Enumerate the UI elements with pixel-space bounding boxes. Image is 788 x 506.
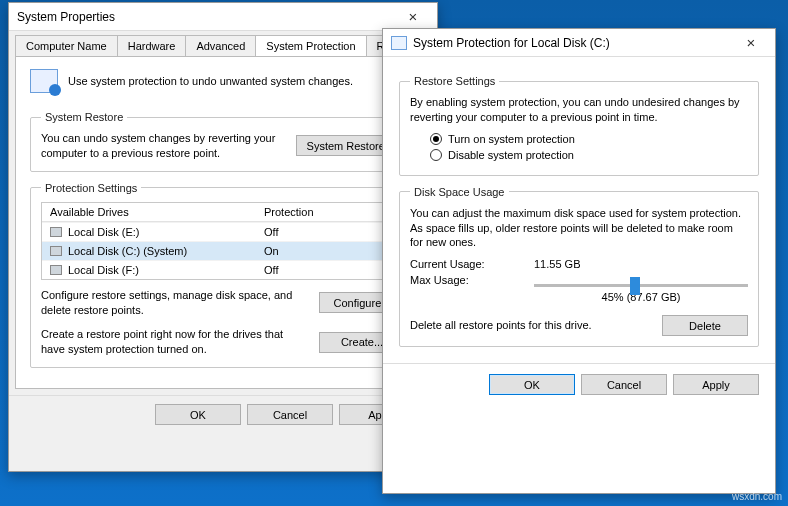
drive-name: Local Disk (C:) (System)	[68, 245, 187, 257]
col-drives: Available Drives	[42, 203, 256, 221]
restore-settings-legend: Restore Settings	[410, 75, 499, 87]
max-usage-slider[interactable]	[534, 284, 748, 287]
restore-settings-group: Restore Settings By enabling system prot…	[399, 75, 759, 176]
radio-disable[interactable]: Disable system protection	[430, 149, 748, 161]
radio-icon	[430, 133, 442, 145]
drive-icon	[50, 265, 62, 275]
disk-space-usage-group: Disk Space Usage You can adjust the maxi…	[399, 186, 759, 348]
max-usage-label: Max Usage:	[410, 274, 510, 303]
slider-value-label: 45% (87.67 GB)	[602, 291, 681, 303]
slider-thumb-icon[interactable]	[630, 277, 640, 295]
drives-table: Available Drives Protection Local Disk (…	[41, 202, 405, 280]
system-protection-icon	[30, 69, 58, 93]
delete-text: Delete all restore points for this drive…	[410, 318, 652, 333]
window-title: System Protection for Local Disk (C:)	[413, 36, 733, 50]
close-icon[interactable]: ×	[395, 8, 431, 25]
system-restore-group: System Restore You can undo system chang…	[30, 111, 416, 172]
drive-icon	[50, 227, 62, 237]
table-row[interactable]: Local Disk (C:) (System) On	[42, 241, 404, 260]
security-icon	[391, 36, 407, 50]
radio-label: Turn on system protection	[448, 133, 575, 145]
create-text: Create a restore point right now for the…	[41, 327, 309, 357]
system-protection-dialog: System Protection for Local Disk (C:) × …	[382, 28, 776, 494]
ok-button[interactable]: OK	[489, 374, 575, 395]
dialog-footer: OK Cancel Apply	[383, 363, 775, 405]
radio-turn-on[interactable]: Turn on system protection	[430, 133, 748, 145]
intro-text: Use system protection to undo unwanted s…	[68, 75, 353, 87]
current-usage-row: Current Usage: 11.55 GB	[410, 258, 748, 270]
drive-name: Local Disk (F:)	[68, 264, 139, 276]
restore-settings-desc: By enabling system protection, you can u…	[410, 95, 748, 125]
tab-system-protection[interactable]: System Protection	[255, 35, 366, 56]
disk-space-usage-legend: Disk Space Usage	[410, 186, 509, 198]
delete-button[interactable]: Delete	[662, 315, 748, 336]
apply-button[interactable]: Apply	[673, 374, 759, 395]
tab-advanced[interactable]: Advanced	[185, 35, 256, 56]
titlebar: System Protection for Local Disk (C:) ×	[383, 29, 775, 57]
table-row[interactable]: Local Disk (E:) Off	[42, 222, 404, 241]
tab-hardware[interactable]: Hardware	[117, 35, 187, 56]
window-title: System Properties	[17, 10, 395, 24]
current-usage-value: 11.55 GB	[534, 258, 580, 270]
table-header: Available Drives Protection	[42, 203, 404, 222]
dialog-footer: OK Cancel Apply	[9, 395, 437, 433]
disk-space-desc: You can adjust the maximum disk space us…	[410, 206, 748, 251]
drive-name: Local Disk (E:)	[68, 226, 140, 238]
dialog-body: Restore Settings By enabling system prot…	[383, 57, 775, 363]
radio-label: Disable system protection	[448, 149, 574, 161]
cancel-button[interactable]: Cancel	[247, 404, 333, 425]
restore-description: You can undo system changes by reverting…	[41, 131, 286, 161]
close-icon[interactable]: ×	[733, 34, 769, 51]
protection-settings-legend: Protection Settings	[41, 182, 141, 194]
system-properties-window: System Properties × Computer Name Hardwa…	[8, 2, 438, 472]
tab-computer-name[interactable]: Computer Name	[15, 35, 118, 56]
tab-panel: Use system protection to undo unwanted s…	[15, 56, 431, 389]
configure-text: Configure restore settings, manage disk …	[41, 288, 309, 318]
cancel-button[interactable]: Cancel	[581, 374, 667, 395]
drive-icon	[50, 246, 62, 256]
max-usage-row: Max Usage: 45% (87.67 GB)	[410, 274, 748, 303]
titlebar: System Properties ×	[9, 3, 437, 31]
protection-settings-group: Protection Settings Available Drives Pro…	[30, 182, 416, 368]
ok-button[interactable]: OK	[155, 404, 241, 425]
intro-row: Use system protection to undo unwanted s…	[30, 65, 416, 103]
radio-icon	[430, 149, 442, 161]
tab-strip: Computer Name Hardware Advanced System P…	[9, 31, 437, 56]
current-usage-label: Current Usage:	[410, 258, 510, 270]
table-row[interactable]: Local Disk (F:) Off	[42, 260, 404, 279]
watermark-text: wsxdn.com	[732, 491, 782, 502]
system-restore-legend: System Restore	[41, 111, 127, 123]
